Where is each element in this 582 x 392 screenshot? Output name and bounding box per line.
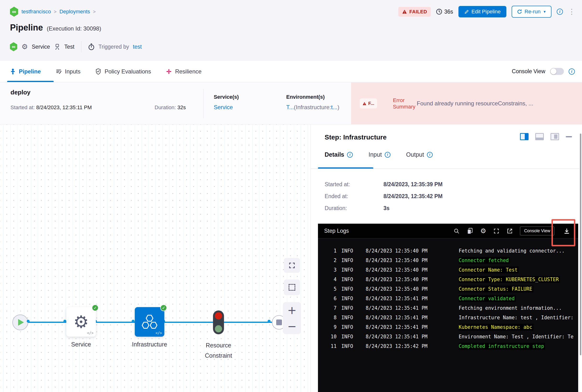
log-timestamp: 8/24/2023 12:35:40 PM [366,248,444,254]
breadcrumb-org-link[interactable]: testfrancisco [22,8,51,15]
detail-row-duration: Duration: 3s [325,205,389,212]
log-toolbar-icons: ⚙ Console View [453,226,572,236]
tab-inputs[interactable]: Inputs [56,68,80,75]
infrastructure-link[interactable]: t... [331,104,337,110]
service-step-node[interactable]: ⚙ ✓ </> [66,307,96,337]
resource-constraint-label: Resource Constraint [190,340,247,360]
traffic-light-red [215,312,222,320]
log-settings-gear-icon[interactable]: ⚙ [480,228,486,234]
stopwatch-icon [88,43,95,50]
tab-input[interactable]: Input i [368,151,390,158]
details-info-icon[interactable]: i [347,152,353,158]
copy-icon[interactable] [467,228,473,234]
breadcrumb-separator: > [93,9,96,14]
minimize-panel-button[interactable] [566,136,572,137]
console-view-button[interactable]: Console View [520,226,554,235]
log-line: 9INFO8/24/2023 12:35:41 PMKubernetes Nam… [322,322,578,332]
code-tag: </> [156,331,162,335]
zoom-in-button[interactable]: + [287,305,297,316]
infrastructure-step-node[interactable]: ✓ </> [135,307,164,337]
service-link[interactable]: Service [214,104,233,110]
log-timestamp: 8/24/2023 12:35:41 PM [366,296,444,302]
tab-resilience-label: Resilience [175,68,202,75]
success-check-icon: ✓ [92,304,99,311]
log-line-number: 2 [322,258,337,263]
service-node-label: Service [54,341,108,348]
traffic-light-green [215,325,222,332]
edge-port [132,320,135,322]
tab-pipeline[interactable]: Pipeline [10,68,41,75]
started-at-value: 8/24/2023, 12:35:39 PM [383,181,442,188]
log-timestamp: 8/24/2023 12:35:42 PM [366,343,444,349]
tab-policy-evaluations[interactable]: Policy Evaluations [95,68,151,75]
shield-check-icon [95,68,101,75]
environment-value[interactable]: T...(Infrastructure:t...) [286,104,339,111]
error-summary-message[interactable]: Found already running resourceConstrains… [417,100,560,107]
open-external-icon[interactable] [507,228,513,234]
refresh-icon [517,9,522,14]
canvas-select-button[interactable] [284,280,300,295]
status-badge: FAILED [398,7,431,17]
edge-port [27,320,30,322]
log-timestamp: 8/24/2023 12:35:40 PM [366,267,444,273]
log-level: INFO [341,267,358,273]
breadcrumb-deployments-link[interactable]: Deployments [59,8,90,15]
pipeline-graph-canvas[interactable]: ⚙ ✓ </> Service ✓ </> Infrastructure Res… [0,124,311,392]
output-info-icon[interactable]: i [427,152,433,158]
layout-bottom-button[interactable] [535,133,544,140]
zoom-out-button[interactable]: − [287,321,297,332]
input-info-icon[interactable]: i [385,152,390,158]
log-line: 5INFO8/24/2023 12:35:40 PMConnector Stat… [322,284,578,294]
canvas-fullscreen-button[interactable] [284,258,300,273]
log-fullscreen-icon[interactable] [493,228,499,234]
code-tag: </> [87,331,94,335]
log-lines: 1INFO8/24/2023 12:35:40 PMFetching and v… [318,238,578,351]
log-line: 7INFO8/24/2023 12:35:41 PMFetching envir… [322,303,578,313]
download-logs-button[interactable] [561,226,572,236]
divider [311,168,579,169]
error-summary-label: Error Summary [393,97,417,110]
log-timestamp: 8/24/2023 12:35:40 PM [366,276,444,282]
warning-icon [363,102,366,106]
environment-link[interactable]: T... [286,104,294,110]
meta-service-label[interactable]: Service [32,44,50,50]
tab-output-label: Output [406,151,424,158]
info-icon[interactable]: i [557,8,563,15]
console-view-toggle[interactable] [550,68,564,75]
layout-floating-button[interactable] [550,133,559,140]
log-line: 11INFO8/24/2023 12:35:42 PMCompleted inf… [322,342,578,351]
more-options-menu[interactable]: ⋮ [568,8,575,15]
log-timestamp: 8/24/2023 12:35:41 PM [366,324,444,330]
stage-name[interactable]: deploy [11,89,31,96]
log-message: Connector Type: KUBERNETES_CLUSTER [459,276,560,283]
log-message: Kubernetes Namespace: abc [459,324,533,330]
log-line: 2INFO8/24/2023 12:35:40 PMConnector fetc… [322,256,578,265]
tab-output[interactable]: Output i [406,151,433,158]
started-at-label: Started at: [325,181,382,188]
log-line-number: 7 [322,305,337,311]
triggered-by-user-link[interactable]: test [133,44,142,50]
page-title: Pipeline [10,23,43,33]
edit-pipeline-button[interactable]: Edit Pipeline [458,6,506,18]
console-view-info-icon[interactable]: i [569,68,575,75]
services-column: Service(s) Service [214,94,239,111]
start-node[interactable] [13,314,28,330]
meta-environment-label[interactable]: Test [64,44,75,50]
rerun-button[interactable]: Re-run ▼ [512,6,551,18]
tab-resilience[interactable]: Resilience [166,68,202,75]
tab-details[interactable]: Details i [325,151,353,158]
detail-row-ended: Ended at: 8/24/2023, 12:35:42 PM [325,193,442,200]
resource-constraint-node[interactable] [213,310,224,334]
title-row: Pipeline (Execution Id: 30098) [10,23,101,33]
log-line: 3INFO8/24/2023 12:35:40 PMConnector Name… [322,265,578,275]
search-icon[interactable] [453,228,460,234]
log-timestamp: 8/24/2023 12:35:41 PM [366,315,444,320]
stage-duration: Duration: 32s [155,104,186,111]
layout-split-right-button[interactable] [520,133,528,140]
infrastructure-node-label: Infrastructure [123,341,176,348]
pipeline-icon [10,68,16,75]
execution-duration: 36s [436,8,453,15]
scrollbar[interactable] [580,134,581,355]
tabbar-right-controls: Console View i [512,61,575,82]
edge-port [268,320,270,322]
